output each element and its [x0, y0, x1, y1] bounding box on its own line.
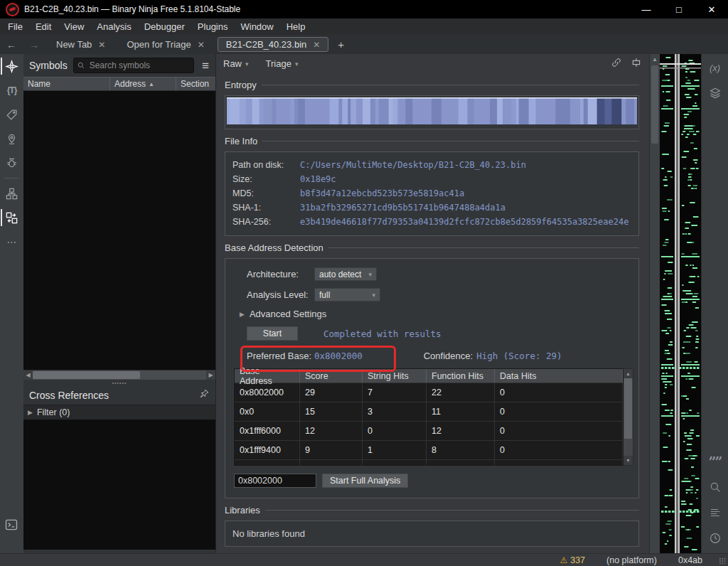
- menu-edit[interactable]: Edit: [29, 18, 58, 35]
- xref-filter-toggle[interactable]: ▶ Filter (0): [23, 405, 215, 420]
- menu-debugger[interactable]: Debugger: [138, 18, 191, 35]
- rebase-address-input[interactable]: [234, 474, 316, 488]
- sidebar-more-icon[interactable]: ⋯: [0, 230, 23, 254]
- advanced-settings-toggle[interactable]: ▶ Advanced Settings: [240, 309, 634, 319]
- tab-current-file[interactable]: B21-C2B_40.23.bin ✕: [218, 37, 329, 52]
- view-type-selector[interactable]: Raw ▾: [223, 58, 249, 69]
- chevron-down-icon: ▾: [295, 60, 299, 68]
- sha256-value[interactable]: e3b419de46618f77d79353a04139d2fcfc872cb8…: [300, 215, 628, 229]
- tab-bar: ← → New Tab ✕ Open for Triage ✕ B21-C2B_…: [0, 35, 728, 54]
- binary-ninja-window: B21-C2B_40.23.bin — Binary Ninja Free 5.…: [0, 0, 728, 566]
- file-size-value[interactable]: 0x18e9c: [300, 172, 336, 186]
- menu-analysis[interactable]: Analysis: [90, 18, 137, 35]
- scrollbar-thumb[interactable]: [651, 65, 658, 144]
- main-scrollbar[interactable]: ▲: [649, 54, 660, 553]
- sidebar-memory-map-icon[interactable]: [0, 127, 23, 151]
- triage-content: Raw ▾ Triage ▾ Entropy: [216, 54, 649, 553]
- start-full-analysis-button[interactable]: Start Full Analysis: [322, 474, 408, 488]
- history-panel-icon[interactable]: [702, 528, 728, 549]
- table-row[interactable]: 0x0 15 3 11 0: [235, 402, 623, 421]
- tab-open-for-triage[interactable]: Open for Triage ✕: [118, 37, 213, 52]
- architecture-dropdown[interactable]: auto detect ▾: [314, 267, 377, 281]
- table-row[interactable]: 0x8002000 29 7 22 0: [235, 383, 623, 402]
- scroll-left-icon[interactable]: ◀: [23, 372, 33, 378]
- sidebar-components-icon[interactable]: [0, 181, 23, 205]
- sidebar-cross-references-icon[interactable]: [0, 205, 23, 230]
- console-toggle-icon[interactable]: [4, 518, 18, 535]
- menu-window[interactable]: Window: [234, 18, 279, 35]
- column-section[interactable]: Section: [176, 78, 215, 90]
- forward-arrow-icon[interactable]: →: [23, 39, 46, 50]
- file-info-row: SHA-1: 31ba2fb32965271cd9b5b51741b964748…: [232, 201, 631, 215]
- table-header-row: Base Address Score String Hits Function …: [235, 369, 623, 383]
- status-bar: ⚠ 337 (no platform) 0x4ab: [0, 553, 728, 566]
- analysis-level-label: Analysis Level:: [247, 289, 314, 300]
- find-panel-icon[interactable]: [702, 476, 728, 498]
- table-row[interactable]: 0x1fff9400 9 1 8 0: [235, 440, 623, 459]
- sha1-value[interactable]: 31ba2fb32965271cd9b5b51741b9647488a4da1a: [300, 201, 505, 215]
- menu-plugins[interactable]: Plugins: [191, 18, 235, 35]
- table-row[interactable]: 0x1fff6000 12 0 12 0: [235, 421, 623, 440]
- new-tab-button[interactable]: +: [331, 38, 351, 50]
- analysis-level-dropdown[interactable]: full ▾: [314, 288, 380, 301]
- symbols-list-empty[interactable]: [23, 91, 215, 370]
- tab-close-icon[interactable]: ✕: [313, 40, 320, 50]
- detection-status: Completed with results: [323, 329, 441, 339]
- close-button[interactable]: ✕: [695, 0, 728, 18]
- column-name[interactable]: Name: [23, 78, 110, 90]
- cross-references-title: Cross References: [29, 390, 199, 401]
- minimize-button[interactable]: —: [630, 0, 663, 18]
- table-scrollbar[interactable]: ▲ ▼: [623, 368, 633, 466]
- base-detection-section-title: Base Address Detection: [225, 242, 323, 253]
- maximize-button[interactable]: □: [663, 0, 695, 18]
- symbols-search[interactable]: [73, 58, 194, 73]
- pin-icon[interactable]: [199, 388, 210, 402]
- stack-panel-icon[interactable]: [702, 82, 728, 104]
- tab-close-icon[interactable]: ✕: [98, 40, 105, 50]
- sidebar-debugger-icon[interactable]: [0, 151, 23, 175]
- link-views-icon[interactable]: [611, 57, 622, 70]
- column-address[interactable]: Address ▲: [110, 78, 176, 90]
- sidebar-symbols-icon[interactable]: [0, 54, 23, 78]
- platform-indicator: (no platform): [606, 555, 657, 565]
- log-panel-icon[interactable]: [702, 502, 728, 523]
- scroll-up-icon[interactable]: ▲: [650, 54, 660, 64]
- file-path-value[interactable]: C:/Users/MultiMote/Desktop/B21-C2B_40.23…: [300, 158, 526, 172]
- tab-new-tab[interactable]: New Tab ✕: [48, 37, 114, 52]
- left-panel: Symbols ≡ Name Address ▲ Sect: [23, 54, 216, 553]
- variables-panel-icon[interactable]: (x): [702, 57, 728, 78]
- table-row-partial[interactable]: [235, 459, 623, 465]
- scroll-right-icon[interactable]: ▶: [206, 372, 215, 378]
- window-title: B21-C2B_40.23.bin — Binary Ninja Free 5.…: [24, 4, 240, 14]
- resize-grip[interactable]: [719, 558, 727, 565]
- back-arrow-icon[interactable]: ←: [0, 39, 23, 50]
- left-sidebar-strip: {T} ⋯: [0, 54, 23, 553]
- entropy-visualization[interactable]: [225, 95, 639, 129]
- warning-count[interactable]: ⚠ 337: [560, 555, 585, 565]
- file-info-row: Size: 0x18e9c: [232, 172, 631, 186]
- scroll-up-icon[interactable]: ▲: [623, 369, 633, 378]
- strings-panel-icon[interactable]: ””: [702, 451, 728, 472]
- symbols-horizontal-scrollbar[interactable]: ◀ ▶: [23, 370, 215, 380]
- sidebar-tags-icon[interactable]: [0, 102, 23, 127]
- byte-overview-minimap[interactable]: [660, 54, 701, 553]
- start-button[interactable]: Start: [247, 326, 298, 341]
- tab-close-icon[interactable]: ✕: [198, 40, 205, 50]
- sidebar-types-icon[interactable]: {T}: [0, 78, 23, 102]
- menu-help[interactable]: Help: [280, 18, 312, 35]
- view-header: Raw ▾ Triage ▾: [216, 54, 649, 73]
- md5-value[interactable]: b8f3d47a12ebcbd523b573e5819ac41a: [300, 186, 464, 201]
- menu-file[interactable]: File: [1, 18, 29, 35]
- split-view-icon[interactable]: [631, 57, 642, 70]
- menu-view[interactable]: View: [58, 18, 90, 35]
- panel-splitter-handle[interactable]: ••••••: [23, 380, 215, 385]
- symbols-menu-icon[interactable]: ≡: [200, 60, 211, 72]
- window-controls: — □ ✕: [630, 0, 728, 18]
- current-address: 0x4ab: [678, 555, 702, 565]
- cross-references-empty[interactable]: [23, 420, 215, 550]
- chevron-down-icon: ▾: [245, 60, 249, 68]
- confidence-value: High (Score: 29): [476, 351, 562, 361]
- scroll-down-icon[interactable]: ▼: [623, 456, 633, 465]
- layout-selector[interactable]: Triage ▾: [266, 58, 299, 69]
- symbols-search-input[interactable]: [73, 58, 194, 73]
